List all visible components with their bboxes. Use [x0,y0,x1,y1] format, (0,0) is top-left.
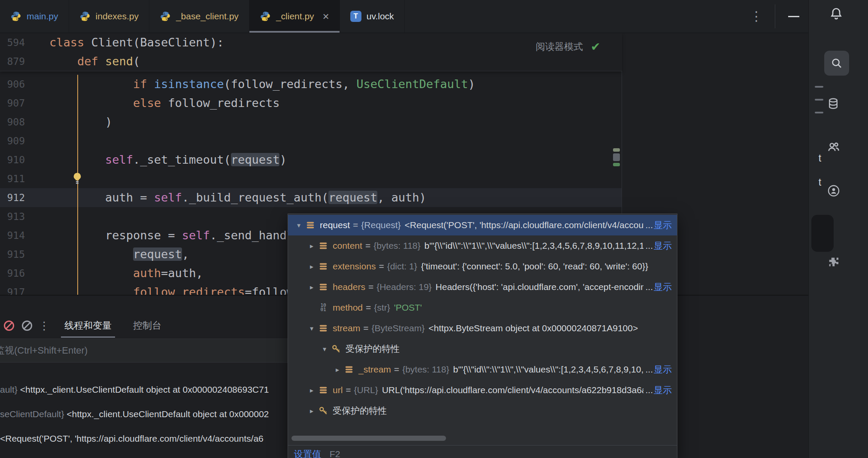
line-number[interactable]: 917 [0,283,25,295]
show-value-link[interactable]: 显示 [654,220,672,230]
close-tab-icon[interactable]: × [323,11,329,22]
popup-variable-row-_stream[interactable]: ▸_stream={bytes: 118}b'"{\\"id\\":\\"1\\… [288,359,677,380]
popup-variable-row-request[interactable]: ▾request={Request}<Request('POST', 'http… [288,215,677,235]
variable-name: extensions [333,261,376,272]
popup-variable-row-headers[interactable]: ▸headers={Headers: 19}Headers({'host': '… [288,277,677,297]
variable-type: {ByteStream} [371,323,425,333]
line-number[interactable]: 908 [0,113,25,131]
popup-variable-row-extensions[interactable]: ▸extensions={dict: 1}{'timeout': {'conne… [288,256,677,277]
intention-bulb-icon[interactable] [70,171,84,191]
line-number[interactable]: 914 [0,226,25,245]
code-text: if isinstance(follow_redirects, UseClien… [0,75,622,94]
chevron-down-icon[interactable]: ▾ [319,345,330,353]
t-tool-button-1[interactable]: t [814,151,826,165]
popup-footer: 设置值 F2 [288,445,677,458]
equals-sign: = [363,323,368,333]
line-number[interactable]: 915 [0,245,25,264]
popup-variable-row-content[interactable]: ▸content={bytes: 118}b'"{\\"id\\":\\"1\\… [288,235,677,256]
debug-toolbar: ⋮ 线程和变量控制台 [0,314,171,338]
tab-_client.py[interactable]: _client.py× [249,0,340,33]
debug-more-options-icon[interactable]: ⋮ [36,319,52,333]
tab-list: main.pyindexes.py_base_client.py_client.… [0,0,405,33]
equals-sign: = [346,385,351,395]
popup-variable-row-method[interactable]: 1001method={str}'POST' [288,297,677,318]
line-number[interactable]: 910 [0,150,25,169]
primitive-value-icon: 1001 [317,303,329,312]
tab-bar: main.pyindexes.py_base_client.py_client.… [0,0,809,33]
inspection-check-icon[interactable]: ✔ [591,40,601,54]
variable-name: 受保护的特性 [346,343,400,355]
variable-name: headers [333,282,365,292]
variable-name: content [333,241,362,251]
t-tool-button-2[interactable]: t [814,175,826,189]
code-text: else follow_redirects [0,94,622,113]
set-value-link[interactable]: 设置值 [294,449,321,458]
community-tool-icon[interactable] [827,184,841,198]
search-tool-icon[interactable] [824,51,849,76]
line-number[interactable]: 912 [0,188,25,207]
mute-breakpoints-icon[interactable] [18,316,36,335]
line-number[interactable]: 879 [0,52,25,71]
minimize-button[interactable] [788,16,799,17]
plugin-puzzle-icon[interactable] [828,256,841,269]
database-tool-icon[interactable] [827,97,840,110]
chevron-down-icon[interactable]: ▾ [293,221,304,229]
variable-value: <httpx._client.UseClientDefault object a… [64,409,269,419]
chevron-right-icon[interactable]: ▸ [306,242,317,250]
line-number[interactable]: 909 [0,131,25,150]
tab-main.py[interactable]: main.py [0,0,69,33]
variable-value: <httpx._client.UseClientDefault object a… [18,385,269,394]
tab-indexes.py[interactable]: indexes.py [69,0,149,33]
variable-row[interactable]: <Request('POST', 'https://api.cloudflare… [0,426,288,451]
value-icon [317,262,329,271]
variable-type: {URL} [354,385,378,395]
code-text: class Client(BaseClient): [0,33,622,52]
show-value-link[interactable]: 显示 [654,241,672,250]
popup-variable-rows: ▾request={Request}<Request('POST', 'http… [288,215,677,421]
line-number[interactable]: 911 [0,169,25,188]
line-number[interactable]: 907 [0,94,25,113]
protected-key-icon [330,344,342,354]
value-icon [343,365,355,374]
more-options-icon[interactable]: ⋮ [741,0,771,33]
code-text: auth = self._build_request_auth(request,… [0,188,622,207]
chevron-right-icon[interactable]: ▸ [306,263,317,271]
users-tool-icon[interactable] [827,140,841,154]
variable-row[interactable]: seClient­Default} <httpx._client.UseClie… [0,402,288,426]
show-value-link[interactable]: 显示 [654,385,672,395]
variable-type: {bytes: 118} [402,364,449,375]
equals-sign: = [366,302,371,313]
chevron-right-icon[interactable]: ▸ [306,407,317,415]
reader-mode-label[interactable]: 阅读器模式 [536,40,583,53]
chevron-right-icon[interactable]: ▸ [332,366,343,374]
line-number[interactable]: 906 [0,75,25,94]
line-number[interactable]: 916 [0,264,25,283]
variable-row[interactable]: ault} <httpx._client.UseClientDefault ob… [0,377,288,402]
scrollbar-change-markers [613,148,620,166]
sticky-lines: 594class Client(BaseClient):879 def send… [0,33,622,71]
notifications-bell-icon[interactable] [829,7,843,21]
popup-variable-row-stream[interactable]: ▾stream={ByteStream}<httpx.ByteStream ob… [288,318,677,339]
tab-uv.lock[interactable]: Tuv.lock [340,0,405,33]
chevron-down-icon[interactable]: ▾ [306,324,317,333]
line-number[interactable]: 594 [0,33,25,52]
python-file-icon [79,11,91,22]
line-number[interactable]: 913 [0,207,25,226]
debug-tab-控制台[interactable]: 控制台 [124,314,171,338]
chevron-right-icon[interactable]: ▸ [306,386,317,394]
rerun-circle-slash-icon[interactable] [0,316,18,335]
popup-variable-row-url[interactable]: ▸url={URL}URL('https://api.cloudflare.co… [288,380,677,400]
show-value-link[interactable]: 显示 [654,282,672,292]
debug-tab-线程和变量[interactable]: 线程和变量 [55,314,121,338]
chevron-right-icon[interactable]: ▸ [306,283,317,291]
watch-input[interactable]: 监视(Ctrl+Shift+Enter) [0,339,288,363]
popup-horizontal-scrollbar[interactable] [291,436,446,441]
variable-type: {bytes: 118} [373,241,420,251]
stripe-scrollbar-thumb[interactable] [811,215,834,252]
popup-variable-row-受保护的特性[interactable]: ▾受保护的特性 [288,339,677,359]
tab-_base_client.py[interactable]: _base_client.py [149,0,249,33]
show-value-link[interactable]: 显示 [654,364,672,374]
popup-variable-row-受保护的特性[interactable]: ▸受保护的特性 [288,400,677,421]
variable-value: b'"{\\"id\\":\\"1\\",\\"values\\":[1,2,3… [453,364,644,375]
code-line-906: 906 if isinstance(follow_redirects, UseC… [0,75,622,94]
